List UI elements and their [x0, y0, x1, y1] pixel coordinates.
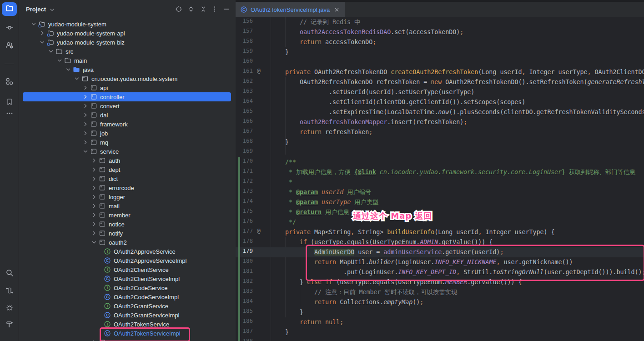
tree-item-main[interactable]: main — [19, 56, 236, 65]
code-line-183[interactable]: 183 // 注意：目前 Member 暂时不读取，可以按需实现 — [236, 287, 644, 297]
line-number[interactable]: 162 — [242, 77, 253, 84]
options-menu-button[interactable] — [210, 5, 220, 15]
code-line-174[interactable]: 174 * @param userType 用户类型 — [236, 197, 644, 207]
code-line-163[interactable]: 163 .setUserId(userId).setUserType(userT… — [236, 87, 644, 97]
code-line-180[interactable]: 180 return MapUtil.builder(LoginUser.INF… — [236, 257, 644, 267]
code-line-159[interactable]: 159 } — [236, 47, 644, 57]
chevron-right-icon[interactable] — [82, 130, 89, 137]
activity-bar-item-build[interactable] — [2, 318, 17, 332]
activity-bar-item-search[interactable] — [2, 267, 17, 281]
tree-item-cn-iocoder-yudao-module-system[interactable]: cn.iocoder.yudao.module.system — [19, 74, 236, 83]
code-line-167[interactable]: 167 return refreshToken; — [236, 127, 644, 137]
code-line-162[interactable]: 162 OAuth2RefreshTokenDO refreshToken = … — [236, 77, 644, 87]
line-number[interactable]: 171 — [242, 167, 253, 174]
code-line-171[interactable]: 171 * 加载用户信息，方便 {@link cn.iocoder.yudao.… — [236, 167, 644, 177]
tree-item-oauth2clientservice[interactable]: IOAuth2ClientService — [19, 265, 236, 274]
tree-item-oauth2codeserviceimpl[interactable]: COAuth2CodeServiceImpl — [19, 292, 236, 301]
chevron-right-icon[interactable] — [91, 230, 98, 237]
chevron-right-icon[interactable] — [91, 166, 98, 173]
tree-item-dept[interactable]: dept — [19, 165, 236, 174]
code-line-157[interactable]: 157 oauth2AccessTokenRedisDAO.set(access… — [236, 27, 644, 37]
activity-bar-item-services[interactable] — [2, 285, 17, 298]
line-number[interactable]: 169 — [242, 147, 253, 154]
line-number[interactable]: 167 — [242, 127, 253, 134]
tree-item-oauth2approveservice[interactable]: IOAuth2ApproveService — [19, 247, 236, 256]
line-number[interactable]: 157 — [242, 27, 253, 34]
line-number[interactable]: 184 — [242, 297, 253, 304]
line-number[interactable]: 161 — [242, 67, 253, 74]
chevron-right-icon[interactable] — [82, 111, 89, 119]
tree-item-oauth2[interactable]: oauth2 — [19, 238, 236, 247]
activity-bar-item-debug[interactable] — [2, 301, 17, 315]
line-number[interactable]: 185 — [242, 307, 253, 314]
line-number[interactable]: 165 — [242, 107, 253, 114]
activity-bar-item-pull-requests[interactable]: ? — [2, 39, 17, 53]
line-number[interactable]: 177 — [242, 227, 253, 234]
line-number[interactable]: 178 — [242, 237, 253, 244]
tree-item-dal[interactable]: dal — [19, 110, 236, 120]
code-line-177[interactable]: 177@ private Map<String, String> buildUs… — [236, 227, 644, 237]
line-number[interactable]: 172 — [242, 177, 253, 184]
code-line-179[interactable]: 179 AdminUserDO user = adminUserService.… — [236, 247, 644, 257]
expand-all-button[interactable] — [186, 5, 196, 15]
code-line-170[interactable]: 170 /** — [236, 157, 644, 167]
editor-tab[interactable]: C OAuth2TokenServiceImpl.java — [236, 2, 345, 17]
chevron-down-icon[interactable] — [47, 48, 55, 55]
line-number[interactable]: 181 — [242, 267, 253, 274]
chevron-right-icon[interactable] — [82, 93, 89, 100]
tree-item-notify[interactable]: notify — [19, 229, 236, 238]
chevron-down-icon[interactable] — [91, 239, 98, 246]
chevron-right-icon[interactable] — [82, 102, 89, 110]
tree-item-member[interactable]: member — [19, 211, 236, 220]
line-number[interactable]: 160 — [242, 57, 253, 64]
code-line-184[interactable]: 184 return Collections.emptyMap(); — [236, 297, 644, 307]
line-number[interactable]: 175 — [242, 207, 253, 214]
tree-item-auth[interactable]: auth — [19, 156, 236, 165]
line-number[interactable]: 179 — [242, 247, 253, 254]
code-line-173[interactable]: 173 * @param userId 用户编号 — [236, 187, 644, 197]
tree-item-job[interactable]: job — [19, 129, 236, 138]
code-line-168[interactable]: 168 } — [236, 137, 644, 147]
line-number[interactable]: 164 — [242, 97, 253, 104]
tree-item-yudao-module-system[interactable]: yudao-module-system — [19, 20, 236, 29]
tree-item-yudao-module-system-api[interactable]: yudao-module-system-api — [19, 29, 236, 38]
code-line-158[interactable]: 158 return accessTokenDO; — [236, 37, 644, 47]
chevron-down-icon[interactable] — [73, 75, 80, 82]
tree-item-api[interactable]: api — [19, 83, 236, 92]
chevron-down-icon[interactable] — [56, 57, 63, 64]
line-number[interactable]: 158 — [242, 37, 253, 44]
line-number[interactable]: 166 — [242, 117, 253, 124]
tree-item-dict[interactable]: dict — [19, 174, 236, 183]
tree-item-oauth2approveserviceimpl[interactable]: COAuth2ApproveServiceImpl — [19, 256, 236, 265]
line-number[interactable]: 186 — [242, 317, 253, 324]
tree-item-controller[interactable]: controller — [19, 92, 236, 101]
line-number[interactable]: 156 — [242, 17, 253, 24]
tree-item-mail[interactable]: mail — [19, 201, 236, 211]
line-number[interactable]: 168 — [242, 137, 253, 144]
chevron-right-icon[interactable] — [91, 339, 98, 341]
code-line-182[interactable]: 182 } else if (userType.equals(UserTypeE… — [236, 277, 644, 287]
chevron-right-icon[interactable] — [91, 193, 98, 201]
line-number[interactable]: 183 — [242, 287, 253, 294]
code-line-160[interactable]: 160 — [236, 57, 644, 67]
hide-panel-button[interactable] — [221, 5, 231, 15]
line-number[interactable]: 176 — [242, 217, 253, 224]
activity-bar-item-more-tool-windows[interactable] — [2, 107, 17, 121]
tree-item[interactable] — [19, 338, 236, 341]
line-number[interactable]: 180 — [242, 257, 253, 264]
code-line-169[interactable]: 169 — [236, 147, 644, 157]
line-number[interactable]: 187 — [242, 327, 253, 334]
activity-bar-item-structure[interactable] — [2, 75, 17, 89]
line-number[interactable]: 174 — [242, 197, 253, 204]
code-line-176[interactable]: 176 */ — [236, 217, 644, 227]
code-line-185[interactable]: 185 } — [236, 307, 644, 317]
code-line-178[interactable]: 178 if (userType.equals(UserTypeEnum.ADM… — [236, 237, 644, 247]
chevron-right-icon[interactable] — [91, 184, 98, 191]
chevron-down-icon[interactable] — [65, 66, 72, 73]
activity-bar-item-commit[interactable] — [2, 22, 17, 35]
line-number[interactable]: 159 — [242, 47, 253, 54]
tree-item-notice[interactable]: notice — [19, 220, 236, 229]
chevron-down-icon[interactable] — [30, 20, 37, 28]
code-line-188[interactable]: 188 — [236, 337, 644, 341]
code-line-187[interactable]: 187 } — [236, 327, 644, 337]
